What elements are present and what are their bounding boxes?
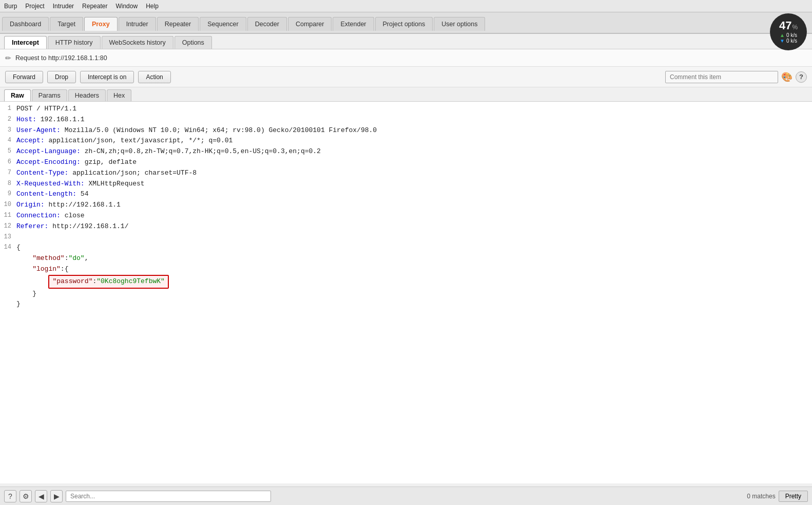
tab-repeater[interactable]: Repeater <box>157 17 199 31</box>
tab-options[interactable]: Options <box>175 36 212 49</box>
menu-intruder[interactable]: Intruder <box>53 3 74 10</box>
traffic-percent: 47 <box>779 20 791 31</box>
tab-decoder[interactable]: Decoder <box>247 17 287 31</box>
tab-sequencer[interactable]: Sequencer <box>200 17 246 31</box>
menu-repeater[interactable]: Repeater <box>82 3 107 10</box>
menu-burp[interactable]: Burp <box>4 3 17 10</box>
secondary-tabs: Intercept HTTP history WebSockets histor… <box>0 34 812 49</box>
traffic-indicator: 47 % ▲ 0 k/s ▼ 0 k/s <box>770 13 807 50</box>
back-button[interactable]: ◀ <box>35 490 47 502</box>
request-info: ✏ Request to http://192.168.1.1:80 <box>0 49 812 67</box>
forward-button[interactable]: Forward <box>5 71 43 83</box>
tab-extender[interactable]: Extender <box>333 17 374 31</box>
code-line-6: 6 Accept-Encoding: gzip, deflate <box>0 157 812 168</box>
upload-speed: 0 k/s <box>786 32 797 38</box>
tab-target[interactable]: Target <box>50 17 83 31</box>
settings-button[interactable]: ⚙ <box>20 490 32 502</box>
pretty-button[interactable]: Pretty <box>779 491 808 502</box>
code-line-8: 8 X-Requested-With: XMLHttpRequest <box>0 179 812 190</box>
code-line-18: } <box>0 289 812 300</box>
tab-user-options[interactable]: User options <box>434 17 485 31</box>
tab-proxy[interactable]: Proxy <box>84 17 118 31</box>
top-nav: Dashboard Target Proxy Intruder Repeater… <box>0 12 812 34</box>
code-line-9: 9 Content-Length: 54 <box>0 189 812 200</box>
tab-comparer[interactable]: Comparer <box>288 17 332 31</box>
download-speed: 0 k/s <box>786 38 797 44</box>
request-url: Request to http://192.168.1.1:80 <box>15 54 107 62</box>
code-line-4: 4 Accept: application/json, text/javascr… <box>0 136 812 146</box>
upload-arrow-icon: ▲ <box>780 32 785 38</box>
code-line-17: "password":"0Kc8oghc9TefbwK" <box>0 275 812 289</box>
drop-button[interactable]: Drop <box>47 71 76 83</box>
code-line-13: 13 <box>0 232 812 243</box>
code-line-19: } <box>0 299 812 310</box>
tab-http-history[interactable]: HTTP history <box>48 36 101 49</box>
traffic-speeds: ▲ 0 k/s ▼ 0 k/s <box>780 32 797 44</box>
tab-dashboard[interactable]: Dashboard <box>2 17 49 31</box>
intercept-toggle-button[interactable]: Intercept is on <box>80 71 134 83</box>
traffic-percent-sign: % <box>792 24 798 31</box>
tab-intercept[interactable]: Intercept <box>4 36 47 49</box>
tab-hex[interactable]: Hex <box>107 89 131 101</box>
highlighted-password-line: "password":"0Kc8oghc9TefbwK" <box>48 275 168 289</box>
matches-label: 0 matches <box>747 493 775 500</box>
content-tabs: Raw Params Headers Hex <box>0 87 812 102</box>
pencil-icon: ✏ <box>5 54 11 62</box>
tab-params[interactable]: Params <box>32 89 67 101</box>
menu-help[interactable]: Help <box>146 3 159 10</box>
code-area: 1 POST / HTTP/1.1 2 Host: 192.168.1.1 3 … <box>0 102 812 483</box>
tab-raw[interactable]: Raw <box>4 89 31 101</box>
code-line-7: 7 Content-Type: application/json; charse… <box>0 168 812 179</box>
toolbar-right: 🎨 ? <box>665 71 807 83</box>
tab-websockets-history[interactable]: WebSockets history <box>102 36 173 49</box>
code-line-14: 14 { <box>0 242 812 253</box>
download-arrow-icon: ▼ <box>780 38 785 44</box>
help-button[interactable]: ? <box>796 71 807 83</box>
code-line-5: 5 Accept-Language: zh-CN,zh;q=0.8,zh-TW;… <box>0 146 812 157</box>
menu-project[interactable]: Project <box>25 3 44 10</box>
code-line-15: "method":"do", <box>0 253 812 264</box>
tab-intruder[interactable]: Intruder <box>119 17 156 31</box>
code-line-10: 10 Origin: http://192.168.1.1 <box>0 200 812 211</box>
toolbar: Forward Drop Intercept is on Action 🎨 ? <box>0 67 812 87</box>
bottom-bar: ? ⚙ ◀ ▶ 0 matches Pretty <box>0 487 812 505</box>
code-line-1: 1 POST / HTTP/1.1 <box>0 104 812 115</box>
request-body: 1 POST / HTTP/1.1 2 Host: 192.168.1.1 3 … <box>0 102 812 483</box>
action-button[interactable]: Action <box>138 71 170 83</box>
comment-input[interactable] <box>665 71 778 83</box>
code-line-11: 11 Connection: close <box>0 211 812 221</box>
code-line-12: 12 Referer: http://192.168.1.1/ <box>0 221 812 232</box>
menu-bar: Burp Project Intruder Repeater Window He… <box>0 0 812 12</box>
menu-window[interactable]: Window <box>115 3 138 10</box>
code-line-16: "login":{ <box>0 264 812 275</box>
forward-nav-button[interactable]: ▶ <box>50 490 63 502</box>
tab-headers[interactable]: Headers <box>68 89 106 101</box>
search-input[interactable] <box>66 491 271 502</box>
code-line-2: 2 Host: 192.168.1.1 <box>0 115 812 125</box>
color-palette-icon[interactable]: 🎨 <box>781 71 792 83</box>
code-line-3: 3 User-Agent: Mozilla/5.0 (Windows NT 10… <box>0 125 812 136</box>
tab-project-options[interactable]: Project options <box>375 17 433 31</box>
help-circle-button[interactable]: ? <box>4 490 16 502</box>
